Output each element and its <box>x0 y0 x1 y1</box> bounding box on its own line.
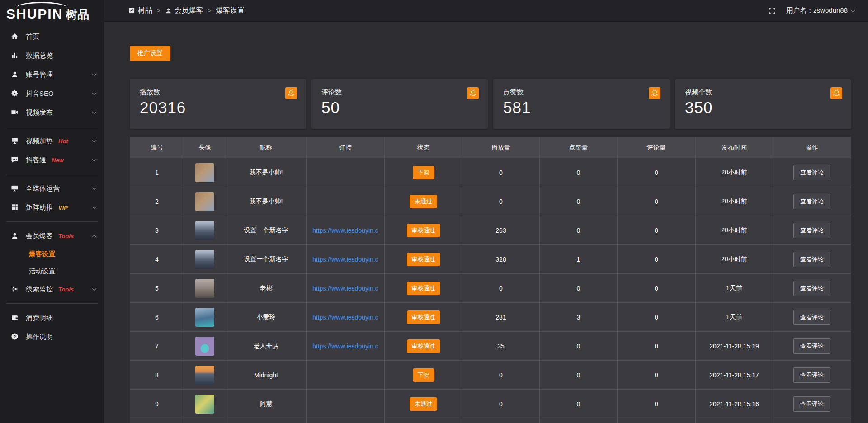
sidebar-item-consumption-detail[interactable]: 消费明细 <box>0 308 104 327</box>
sidebar-item-label: 抖音SEO <box>26 89 54 98</box>
cell-status: 审核通过 <box>385 245 462 274</box>
cell-publish-time: 20小时前 <box>696 216 773 245</box>
table-body: 1我不是小帅!下架00020小时前查看评论2我不是小帅!未通过00020小时前查… <box>130 158 851 423</box>
sidebar-item-operation-guide[interactable]: ?操作说明 <box>0 327 104 346</box>
view-comments-button[interactable]: 查看评论 <box>793 367 830 383</box>
breadcrumb-item-member-baoke[interactable]: 会员爆客 <box>165 6 203 15</box>
sidebar-item-label: 全媒体运营 <box>26 184 60 193</box>
table-row: 1我不是小帅!下架00020小时前查看评论 <box>130 158 851 187</box>
cell-avatar <box>184 187 226 216</box>
cell-actions: 查看评论 <box>773 361 851 390</box>
screen-icon <box>11 184 19 193</box>
view-comments-button[interactable]: 查看评论 <box>793 281 830 296</box>
cell-status: 下架 <box>385 158 462 187</box>
sidebar-item-label: 矩阵助推 <box>26 203 53 212</box>
video-icon <box>11 108 19 117</box>
view-comments-button[interactable]: 查看评论 <box>793 338 830 354</box>
cell-publish-time <box>696 418 773 423</box>
video-link[interactable]: https://www.iesdouyin.c <box>307 227 384 234</box>
board-icon <box>11 137 19 145</box>
avatar <box>195 192 214 211</box>
sidebar-item-data-overview[interactable]: 数据总览 <box>0 46 104 65</box>
view-comments-button[interactable]: 查看评论 <box>793 252 830 267</box>
table-column-header: 链接 <box>307 137 385 158</box>
sidebar-item-video-publish[interactable]: 视频发布 <box>0 103 104 122</box>
logo: SHUPIN树品 <box>0 0 104 27</box>
breadcrumb-item-baoke-settings[interactable]: 爆客设置 <box>216 6 245 15</box>
sidebar-item-douketong[interactable]: 抖客通New <box>0 150 104 169</box>
cell-status: 未通过 <box>385 390 462 418</box>
table-column-header: 操作 <box>773 137 851 158</box>
breadcrumb-label: 树品 <box>138 6 152 15</box>
user-dropdown[interactable]: 用户名：zswodun88 <box>786 6 854 15</box>
promo-settings-button[interactable]: 推广设置 <box>130 46 170 61</box>
cell-avatar <box>184 216 226 245</box>
status-badge: 未通过 <box>410 397 437 411</box>
sidebar-subitem-baoke-settings[interactable]: 爆客设置 <box>0 245 104 263</box>
cell-likes: 0 <box>540 187 618 216</box>
sidebar-item-account-management[interactable]: 账号管理 <box>0 65 104 84</box>
sidebar-item-all-media-operation[interactable]: 全媒体运营 <box>0 179 104 198</box>
cell-comments <box>618 418 696 423</box>
cell-plays: 0 <box>462 361 540 390</box>
cell-avatar <box>184 332 226 361</box>
video-link[interactable]: https://www.iesdouyin.c <box>307 314 384 321</box>
fullscreen-icon[interactable] <box>768 7 776 15</box>
dashboard-icon <box>128 7 136 14</box>
cell-comments: 0 <box>618 245 696 274</box>
sidebar-item-label: 会员爆客 <box>26 232 53 240</box>
stat-label: 点赞数 <box>503 88 660 97</box>
cell-likes: 0 <box>540 390 618 418</box>
cell-nickname: 老彬 <box>226 274 307 303</box>
help-icon: ? <box>11 333 19 341</box>
view-comments-button[interactable]: 查看评论 <box>793 194 830 209</box>
sidebar-item-video-heat[interactable]: 视频加热Hot <box>0 132 104 150</box>
video-link[interactable]: https://www.iesdouyin.c <box>307 256 384 263</box>
view-comments-button[interactable]: 查看评论 <box>793 310 830 325</box>
sidebar-item-douyin-seo[interactable]: 抖音SEO <box>0 84 104 103</box>
table-column-header: 点赞量 <box>540 137 618 158</box>
status-badge: 审核通过 <box>407 310 440 324</box>
cell-likes: 0 <box>540 158 618 187</box>
cell-likes: 0 <box>540 274 618 303</box>
sidebar-item-matrix-boost[interactable]: 矩阵助推VIP <box>0 198 104 217</box>
cell-status <box>385 418 462 423</box>
cell-link-wrap: https://www.iesdouyin.c <box>307 245 385 274</box>
cell-id <box>130 418 184 423</box>
cell-likes: 0 <box>540 361 618 390</box>
cell-plays: 35 <box>462 332 540 361</box>
status-badge: 审核通过 <box>407 253 440 266</box>
stat-total-badge: 总 <box>467 87 479 99</box>
view-comments-button[interactable]: 查看评论 <box>793 165 830 180</box>
sidebar-item-clue-monitor[interactable]: 线索监控Tools <box>0 280 104 299</box>
cell-status: 下架 <box>385 361 462 390</box>
stat-cards: 播放数20316总评论数50总点赞数581总视频个数350总 <box>130 79 851 129</box>
cell-nickname: 我不是小帅! <box>226 158 307 187</box>
sidebar-subitem-activity-settings[interactable]: 活动设置 <box>0 263 104 280</box>
video-link[interactable]: https://www.iesdouyin.c <box>307 285 384 292</box>
video-table-wrap: 编号头像昵称链接状态播放量点赞量评论量发布时间操作 1我不是小帅!下架00020… <box>130 137 851 423</box>
view-comments-button[interactable]: 查看评论 <box>793 396 830 412</box>
breadcrumb-item-shupin[interactable]: 树品 <box>128 6 152 15</box>
stat-value: 350 <box>685 99 841 117</box>
cell-nickname: 阿慧 <box>226 390 307 418</box>
view-comments-button[interactable]: 查看评论 <box>793 223 830 238</box>
avatar <box>195 395 214 414</box>
cell-plays: 0 <box>462 187 540 216</box>
sidebar-item-label: 抖客通 <box>26 156 46 164</box>
stat-card: 点赞数581总 <box>493 79 670 129</box>
cell-publish-time: 1天前 <box>696 274 773 303</box>
table-row: 8Midnight下架0002021-11-28 15:17查看评论 <box>130 361 851 390</box>
sidebar-item-label: 账号管理 <box>26 70 53 79</box>
cell-status: 审核通过 <box>385 216 462 245</box>
table-column-header: 状态 <box>385 137 462 158</box>
cell-status: 未通过 <box>385 187 462 216</box>
video-link[interactable]: https://www.iesdouyin.c <box>307 343 384 350</box>
cell-link-wrap: https://www.iesdouyin.c <box>307 303 385 332</box>
cell-comments: 0 <box>618 332 696 361</box>
sidebar-item-member-baoke[interactable]: 会员爆客Tools <box>0 226 104 245</box>
content: 推广设置 播放数20316总评论数50总点赞数581总视频个数350总 编号头像… <box>104 22 868 423</box>
logo-text-cn: 树品 <box>66 8 89 21</box>
table-column-header: 评论量 <box>618 137 696 158</box>
sidebar-item-home[interactable]: 首页 <box>0 27 104 46</box>
